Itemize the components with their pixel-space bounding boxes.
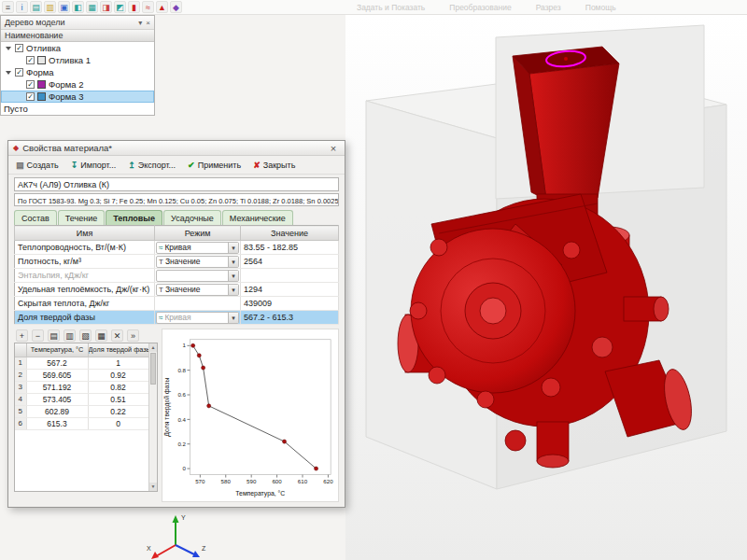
fraction-cell[interactable]: 0.22 (88, 405, 148, 417)
tab-techenie[interactable]: Течение (58, 210, 105, 225)
dropdown-arrow-icon[interactable]: ▾ (228, 243, 238, 253)
visibility-checkbox[interactable]: ✓ (26, 80, 35, 89)
menu-item-1[interactable]: Преобразование (449, 3, 511, 12)
property-value[interactable]: 83.55 - 182.85 (241, 241, 339, 255)
property-row-teploprovodnost[interactable]: Теплопроводность, Вт/(м·К)≈Кривая▾83.55 … (15, 241, 339, 255)
data-point[interactable] (202, 366, 205, 370)
scrollbar-thumb[interactable] (150, 353, 156, 385)
property-value[interactable]: 567.2 - 615.3 (241, 311, 339, 325)
tree-item-otlivka[interactable]: ✓Отливка (1, 42, 154, 54)
open-icon[interactable]: ▥ (44, 1, 56, 13)
points-row[interactable]: 4573.4050.51 (15, 393, 148, 405)
data-point[interactable] (207, 404, 211, 408)
mesh-icon[interactable]: ▦ (86, 1, 98, 13)
visibility-checkbox[interactable]: ✓ (15, 68, 23, 77)
insert-after-button[interactable]: ▥ (63, 329, 76, 342)
tree-item-pusto[interactable]: Пусто (1, 103, 154, 115)
dialog-titlebar[interactable]: ◆ Свойства материала* × (8, 141, 345, 156)
mode-combobox[interactable]: ≈Кривая▾ (156, 312, 239, 324)
viewport-3d[interactable] (345, 15, 747, 560)
copy-points-button[interactable]: ▧ (79, 329, 92, 342)
material-description-field[interactable]: По ГОСТ 1583-93. Mg 0.3; Si 7; Fe 0.25; … (14, 193, 339, 206)
flow-solver-icon[interactable]: ≈ (142, 1, 154, 13)
property-value[interactable]: 2564 (241, 255, 339, 269)
property-row-teployomkost[interactable]: Удельная теплоёмкость, Дж/(кг·К)ТЗначени… (15, 283, 339, 297)
mode-combobox[interactable]: ТЗначение▾ (156, 256, 239, 268)
points-row[interactable]: 2569.6050.92 (15, 369, 148, 381)
remove-point-button[interactable]: − (32, 329, 44, 342)
temperature-solver-icon[interactable]: ▮ (128, 1, 140, 13)
data-point[interactable] (197, 354, 201, 357)
dock-options-icon[interactable]: ▾ (138, 19, 142, 27)
close-button[interactable]: ✘Закрыть (253, 161, 295, 170)
property-value[interactable] (241, 269, 339, 283)
save-icon[interactable]: ▣ (58, 1, 70, 13)
model-tree-titlebar[interactable]: Дерево модели ▾ × (1, 16, 154, 30)
results-icon[interactable]: ◆ (170, 1, 182, 13)
points-row[interactable]: 6615.30 (15, 417, 148, 429)
temperature-cell[interactable]: 567.2 (26, 357, 88, 369)
property-value[interactable]: 1294 (241, 283, 339, 297)
temperature-cell[interactable]: 571.192 (26, 381, 88, 393)
temperature-cell[interactable]: 615.3 (26, 417, 88, 429)
data-point[interactable] (282, 440, 286, 443)
menu-item-3[interactable]: Помощь (585, 3, 616, 12)
mode-combobox[interactable]: ≈Кривая▾ (156, 242, 239, 254)
material-name-field[interactable]: АК7ч (АЛ9) Отливка (К) (14, 177, 339, 191)
add-point-button[interactable]: + (16, 329, 28, 342)
data-point[interactable] (191, 343, 195, 347)
expander-icon[interactable] (6, 71, 11, 75)
property-value[interactable]: 439009 (241, 297, 339, 311)
temperature-cell[interactable]: 569.605 (26, 369, 88, 381)
visibility-checkbox[interactable]: ✓ (26, 56, 35, 64)
menu-icon[interactable]: ≡ (2, 1, 14, 13)
menu-item-0[interactable]: Задать и Показать (357, 3, 425, 12)
dropdown-arrow-icon[interactable]: ▾ (228, 257, 238, 267)
expander-icon[interactable] (6, 47, 11, 50)
scroll-down-icon[interactable]: ▼ (149, 483, 157, 491)
fraction-cell[interactable]: 0.92 (88, 369, 148, 381)
clear-points-button[interactable]: ✕ (111, 329, 123, 342)
temperature-cell[interactable]: 573.405 (26, 393, 88, 405)
tree-item-forma-2[interactable]: ✓Форма 2 (1, 78, 154, 91)
menu-item-2[interactable]: Разрез (536, 3, 561, 12)
stress-solver-icon[interactable]: ▲ (156, 1, 168, 13)
panel-close-icon[interactable]: × (146, 19, 150, 27)
fraction-cell[interactable]: 0.51 (88, 393, 148, 405)
boundary-conditions-icon[interactable]: ◩ (114, 1, 126, 13)
create-button[interactable]: ▤Создать (16, 161, 59, 170)
fraction-cell[interactable]: 0.82 (88, 381, 148, 393)
points-scrollbar[interactable]: ▲ ▼ (148, 343, 157, 491)
visibility-checkbox[interactable]: ✓ (15, 44, 23, 52)
tab-mekhanicheskie[interactable]: Механические (222, 210, 293, 225)
export-button[interactable]: ↥Экспорт... (128, 161, 176, 170)
mode-combobox[interactable]: ▾ (156, 270, 239, 282)
apply-button[interactable]: ✔Применить (188, 161, 241, 170)
paste-table-button[interactable]: ▦ (95, 329, 107, 342)
points-row[interactable]: 1567.21 (15, 357, 148, 369)
dropdown-arrow-icon[interactable]: ▾ (228, 271, 238, 281)
property-row-dolya-tverdoy-fazy[interactable]: Доля твердой фазы≈Кривая▾567.2 - 615.3 (15, 311, 339, 325)
scroll-up-icon[interactable]: ▲ (149, 343, 157, 352)
visibility-checkbox[interactable]: ✓ (26, 92, 35, 101)
info-icon[interactable]: i (16, 1, 28, 13)
mode-combobox[interactable]: ТЗначение▾ (156, 284, 239, 296)
tab-teplovye[interactable]: Тепловые (106, 210, 162, 225)
fraction-cell[interactable]: 1 (88, 357, 148, 369)
materials-icon[interactable]: ◨ (100, 1, 112, 13)
tab-sostav[interactable]: Состав (14, 210, 57, 225)
dropdown-arrow-icon[interactable]: ▾ (228, 313, 238, 323)
fraction-cell[interactable]: 0 (88, 417, 148, 429)
more-button[interactable]: » (127, 329, 139, 342)
data-point[interactable] (314, 467, 317, 470)
property-row-skrytaya-teplota[interactable]: Скрытая теплота, Дж/кг439009 (15, 297, 339, 311)
geometry-icon[interactable]: ◧ (72, 1, 84, 13)
tab-usadochnye[interactable]: Усадочные (163, 210, 221, 225)
property-row-entalpiya[interactable]: Энтальпия, кДж/кг▾ (15, 269, 339, 283)
dialog-close-icon[interactable]: × (327, 143, 340, 154)
property-row-plotnost[interactable]: Плотность, кг/м³ТЗначение▾2564 (15, 255, 339, 269)
tree-item-forma-3[interactable]: ✓Форма 3 (1, 91, 154, 103)
tree-item-forma[interactable]: ✓Форма (1, 66, 154, 78)
import-button[interactable]: ↧Импорт... (71, 161, 117, 170)
points-row[interactable]: 3571.1920.82 (15, 381, 148, 393)
